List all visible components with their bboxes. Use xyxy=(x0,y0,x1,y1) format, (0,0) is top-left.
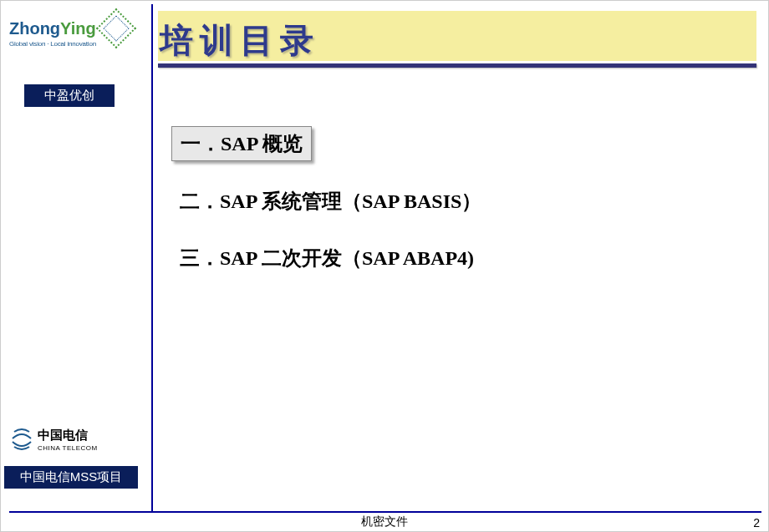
toc-content: 一．SAP 概览 二．SAP 系统管理（SAP BASIS） 三．SAP 二次开… xyxy=(171,126,706,298)
slide-title: 培训目录 xyxy=(160,18,320,63)
china-telecom-icon xyxy=(11,427,33,452)
toc-item-1: 一．SAP 概览 xyxy=(171,126,312,161)
footer-divider xyxy=(9,511,761,513)
vertical-divider xyxy=(151,4,153,512)
page-number: 2 xyxy=(753,516,760,529)
zhongying-logo: ZhongYing Global vision · Local innovati… xyxy=(9,19,143,48)
telecom-name: 中国电信 xyxy=(38,428,98,443)
toc-item-3: 三．SAP 二次开发（SAP ABAP4) xyxy=(171,241,706,275)
project-badge: 中国电信MSS项目 xyxy=(4,466,138,489)
toc-item-2: 二．SAP 系统管理（SAP BASIS） xyxy=(171,185,706,218)
company-badge: 中盈优创 xyxy=(24,84,115,107)
telecom-subname: CHINA TELECOM xyxy=(38,444,98,452)
title-underline xyxy=(158,63,756,68)
footer-confidential: 机密文件 xyxy=(361,514,408,529)
china-telecom-logo: 中国电信 CHINA TELECOM xyxy=(11,427,98,452)
left-sidebar: ZhongYing Global vision · Local innovati… xyxy=(1,1,151,512)
